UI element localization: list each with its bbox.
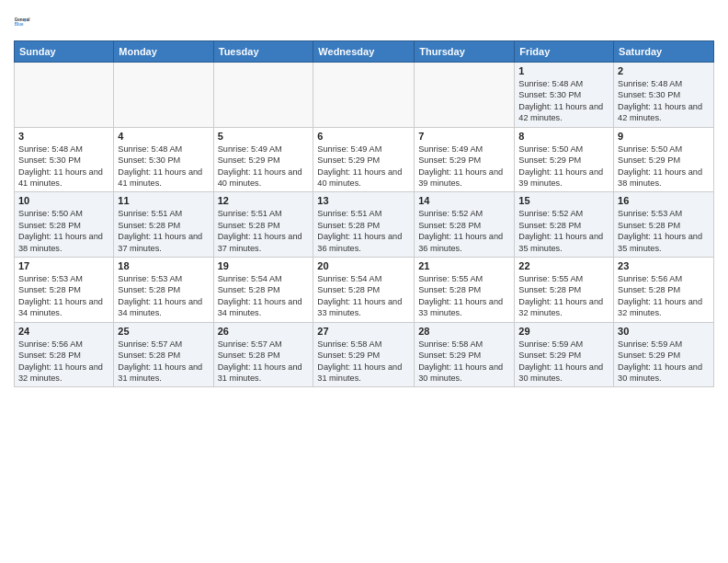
day-number: 8 <box>518 131 609 142</box>
calendar-cell <box>114 63 213 128</box>
calendar-cell: 22Sunrise: 5:55 AMSunset: 5:28 PMDayligh… <box>515 258 614 323</box>
day-info: Sunrise: 5:48 AMSunset: 5:30 PMDaylight:… <box>618 78 710 124</box>
calendar-cell: 1Sunrise: 5:48 AMSunset: 5:30 PMDaylight… <box>515 63 614 128</box>
calendar-cell: 28Sunrise: 5:58 AMSunset: 5:29 PMDayligh… <box>415 322 515 387</box>
day-number: 16 <box>618 195 710 206</box>
calendar-cell: 10Sunrise: 5:50 AMSunset: 5:28 PMDayligh… <box>15 192 114 258</box>
day-info: Sunrise: 5:48 AMSunset: 5:30 PMDaylight:… <box>518 78 609 124</box>
calendar-day-header: Sunday <box>15 41 114 63</box>
calendar-cell: 3Sunrise: 5:48 AMSunset: 5:30 PMDaylight… <box>15 127 114 192</box>
day-number: 21 <box>418 260 510 271</box>
calendar-day-header: Monday <box>114 41 213 63</box>
day-number: 22 <box>518 260 609 271</box>
day-info: Sunrise: 5:54 AMSunset: 5:28 PMDaylight:… <box>317 273 410 319</box>
day-number: 23 <box>618 260 710 271</box>
day-info: Sunrise: 5:51 AMSunset: 5:28 PMDaylight:… <box>118 208 209 254</box>
calendar-cell <box>415 63 515 128</box>
calendar-cell: 19Sunrise: 5:54 AMSunset: 5:28 PMDayligh… <box>213 258 313 323</box>
calendar-cell: 14Sunrise: 5:52 AMSunset: 5:28 PMDayligh… <box>415 192 515 258</box>
day-number: 27 <box>317 326 410 337</box>
calendar-cell <box>15 63 114 128</box>
day-number: 9 <box>618 131 710 142</box>
calendar-cell: 5Sunrise: 5:49 AMSunset: 5:29 PMDaylight… <box>213 127 313 192</box>
day-info: Sunrise: 5:58 AMSunset: 5:29 PMDaylight:… <box>418 339 510 385</box>
calendar-cell: 20Sunrise: 5:54 AMSunset: 5:28 PMDayligh… <box>313 258 415 323</box>
calendar-table: SundayMondayTuesdayWednesdayThursdayFrid… <box>14 40 714 387</box>
calendar-cell: 11Sunrise: 5:51 AMSunset: 5:28 PMDayligh… <box>114 192 213 258</box>
calendar-day-header: Friday <box>515 41 614 63</box>
day-info: Sunrise: 5:53 AMSunset: 5:28 PMDaylight:… <box>118 273 209 319</box>
calendar-cell: 24Sunrise: 5:56 AMSunset: 5:28 PMDayligh… <box>15 322 114 387</box>
day-info: Sunrise: 5:48 AMSunset: 5:30 PMDaylight:… <box>118 144 209 190</box>
calendar-cell <box>313 63 415 128</box>
page: General Blue SundayMondayTuesdayWednesda… <box>0 0 728 396</box>
day-number: 19 <box>218 260 310 271</box>
calendar-cell: 6Sunrise: 5:49 AMSunset: 5:29 PMDaylight… <box>313 127 415 192</box>
calendar-cell: 17Sunrise: 5:53 AMSunset: 5:28 PMDayligh… <box>15 258 114 323</box>
day-info: Sunrise: 5:55 AMSunset: 5:28 PMDaylight:… <box>518 273 609 319</box>
day-info: Sunrise: 5:49 AMSunset: 5:29 PMDaylight:… <box>218 144 310 190</box>
day-number: 28 <box>418 326 510 337</box>
day-info: Sunrise: 5:54 AMSunset: 5:28 PMDaylight:… <box>218 273 310 319</box>
day-info: Sunrise: 5:49 AMSunset: 5:29 PMDaylight:… <box>317 144 410 190</box>
calendar-week-row: 17Sunrise: 5:53 AMSunset: 5:28 PMDayligh… <box>15 258 714 323</box>
day-number: 12 <box>218 195 310 206</box>
day-info: Sunrise: 5:51 AMSunset: 5:28 PMDaylight:… <box>317 208 410 254</box>
day-info: Sunrise: 5:50 AMSunset: 5:29 PMDaylight:… <box>518 144 609 190</box>
calendar-header-row: SundayMondayTuesdayWednesdayThursdayFrid… <box>15 41 714 63</box>
day-info: Sunrise: 5:56 AMSunset: 5:28 PMDaylight:… <box>618 273 710 319</box>
calendar-week-row: 3Sunrise: 5:48 AMSunset: 5:30 PMDaylight… <box>15 127 714 192</box>
day-number: 11 <box>118 195 209 206</box>
day-number: 3 <box>18 131 109 142</box>
svg-text:Blue: Blue <box>15 22 24 27</box>
day-info: Sunrise: 5:49 AMSunset: 5:29 PMDaylight:… <box>418 144 510 190</box>
calendar-cell: 25Sunrise: 5:57 AMSunset: 5:28 PMDayligh… <box>114 322 213 387</box>
calendar-cell: 29Sunrise: 5:59 AMSunset: 5:29 PMDayligh… <box>515 322 614 387</box>
calendar-cell: 15Sunrise: 5:52 AMSunset: 5:28 PMDayligh… <box>515 192 614 258</box>
calendar-day-header: Wednesday <box>313 41 415 63</box>
day-number: 14 <box>418 195 510 206</box>
day-number: 17 <box>18 260 109 271</box>
day-info: Sunrise: 5:57 AMSunset: 5:28 PMDaylight:… <box>218 339 310 385</box>
day-number: 15 <box>518 195 609 206</box>
day-number: 30 <box>618 326 710 337</box>
calendar-day-header: Thursday <box>415 41 515 63</box>
header: General Blue <box>14 9 714 35</box>
calendar-cell: 18Sunrise: 5:53 AMSunset: 5:28 PMDayligh… <box>114 258 213 323</box>
day-number: 4 <box>118 131 209 142</box>
day-info: Sunrise: 5:57 AMSunset: 5:28 PMDaylight:… <box>118 339 209 385</box>
day-number: 29 <box>518 326 609 337</box>
calendar-cell: 26Sunrise: 5:57 AMSunset: 5:28 PMDayligh… <box>213 322 313 387</box>
day-number: 20 <box>317 260 410 271</box>
day-info: Sunrise: 5:53 AMSunset: 5:28 PMDaylight:… <box>18 273 109 319</box>
calendar-cell: 7Sunrise: 5:49 AMSunset: 5:29 PMDaylight… <box>415 127 515 192</box>
day-info: Sunrise: 5:51 AMSunset: 5:28 PMDaylight:… <box>218 208 310 254</box>
calendar-cell: 30Sunrise: 5:59 AMSunset: 5:29 PMDayligh… <box>614 322 714 387</box>
calendar-cell: 2Sunrise: 5:48 AMSunset: 5:30 PMDaylight… <box>614 63 714 128</box>
calendar-cell <box>213 63 313 128</box>
day-info: Sunrise: 5:50 AMSunset: 5:28 PMDaylight:… <box>18 208 109 254</box>
calendar-cell: 13Sunrise: 5:51 AMSunset: 5:28 PMDayligh… <box>313 192 415 258</box>
day-info: Sunrise: 5:48 AMSunset: 5:30 PMDaylight:… <box>18 144 109 190</box>
day-number: 24 <box>18 326 109 337</box>
calendar-cell: 27Sunrise: 5:58 AMSunset: 5:29 PMDayligh… <box>313 322 415 387</box>
calendar-cell: 4Sunrise: 5:48 AMSunset: 5:30 PMDaylight… <box>114 127 213 192</box>
day-number: 7 <box>418 131 510 142</box>
day-number: 25 <box>118 326 209 337</box>
calendar-cell: 8Sunrise: 5:50 AMSunset: 5:29 PMDaylight… <box>515 127 614 192</box>
calendar-week-row: 10Sunrise: 5:50 AMSunset: 5:28 PMDayligh… <box>15 192 714 258</box>
day-info: Sunrise: 5:58 AMSunset: 5:29 PMDaylight:… <box>317 339 410 385</box>
day-number: 2 <box>618 65 710 76</box>
day-number: 10 <box>18 195 109 206</box>
day-info: Sunrise: 5:52 AMSunset: 5:28 PMDaylight:… <box>418 208 510 254</box>
calendar-cell: 23Sunrise: 5:56 AMSunset: 5:28 PMDayligh… <box>614 258 714 323</box>
calendar-cell: 12Sunrise: 5:51 AMSunset: 5:28 PMDayligh… <box>213 192 313 258</box>
logo-icon: General Blue <box>14 9 40 35</box>
day-number: 13 <box>317 195 410 206</box>
day-number: 5 <box>218 131 310 142</box>
calendar-cell: 16Sunrise: 5:53 AMSunset: 5:28 PMDayligh… <box>614 192 714 258</box>
day-info: Sunrise: 5:59 AMSunset: 5:29 PMDaylight:… <box>518 339 609 385</box>
calendar-day-header: Tuesday <box>213 41 313 63</box>
logo: General Blue <box>14 9 40 35</box>
day-info: Sunrise: 5:56 AMSunset: 5:28 PMDaylight:… <box>18 339 109 385</box>
